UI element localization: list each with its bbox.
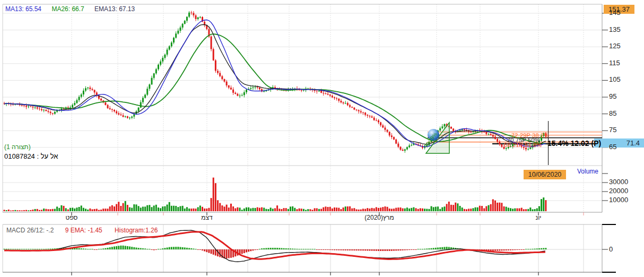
price-tick-label: 115 (609, 59, 620, 67)
x-axis-month-label: מרץ(2020) (364, 214, 394, 221)
macd-legend: MACD 26/12: -.2 9 EMA: -1.45 Histogram:1… (6, 227, 158, 234)
volume-axis-title: Volume (577, 168, 598, 175)
chart-window: MA13: 65.54 MA26: 66.7 EMA13: 67.13 (תצו… (0, 0, 644, 277)
volume-tick-label: 30000 (609, 178, 628, 186)
x-axis-month-label: ספט (66, 214, 78, 221)
ema13-legend: EMA13: 67.13 (94, 5, 135, 13)
moving-average-lines (4, 20, 546, 147)
last-price-label: 71.4 (594, 138, 644, 148)
macd-zero-tick-label: 0 (609, 246, 613, 253)
macd-panel (4, 230, 547, 262)
price-tick-label: 65 (609, 143, 616, 151)
macd-signal-label: 9 EMA: -1.45 (65, 227, 102, 234)
volume-tick-label: 10000 (609, 196, 628, 204)
x-axis-month-label: יונ (536, 214, 542, 221)
price-tick-label: 105 (609, 76, 621, 83)
price-tick-label: 135 (609, 26, 621, 33)
ma13-legend: MA13: 65.54 (5, 5, 41, 13)
price-tick-label: 75 (609, 126, 616, 134)
price-tick-label: 125 (609, 42, 621, 50)
ma26-legend: MA26: 66.7 (51, 5, 84, 13)
retracement-measure-label: 15.4% 12.02 (P) (547, 140, 601, 148)
x-axis-month-label: דצמ (201, 214, 212, 221)
price-tick-label: 95 (609, 93, 616, 100)
fib-618-label: 68.21P 61.8% (504, 142, 542, 148)
candlesticks[interactable] (4, 11, 547, 152)
configuration-label: (תצורה 1) (4, 144, 31, 151)
selected-date-label: 10/06/2020 (524, 170, 566, 179)
indicator-legend: MA13: 65.54 MA26: 66.7 EMA13: 67.13 (5, 6, 143, 13)
macd-histogram-label: Histogram:1.26 (115, 227, 158, 234)
macd-value-label: MACD 26/12: -.2 (6, 227, 54, 234)
price-tick-label: 145 (609, 9, 621, 16)
instrument-name-label: אל על : 01087824 (4, 153, 58, 160)
volume-tick-label: 20000 (609, 187, 628, 195)
price-tick-label: 85 (609, 110, 616, 117)
